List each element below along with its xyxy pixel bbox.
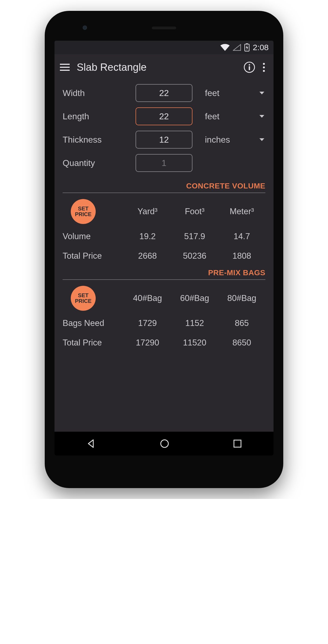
- row-label-bags-total-price: Total Price: [63, 338, 124, 348]
- bags-60-value: 1152: [171, 318, 218, 328]
- quantity-input[interactable]: 1: [136, 154, 192, 172]
- svg-rect-1: [246, 43, 248, 44]
- set-price-label: SET: [78, 206, 89, 212]
- set-price-label: SET: [78, 293, 89, 298]
- status-time: 2:08: [253, 43, 269, 52]
- width-input[interactable]: 22: [136, 84, 192, 102]
- android-nav-bar: [54, 432, 274, 456]
- status-bar: 2:08: [54, 41, 274, 54]
- speaker-grille: [152, 27, 176, 29]
- set-price-volume-button[interactable]: SET PRICE: [71, 199, 96, 224]
- price-meter-value: 1808: [218, 251, 265, 261]
- chevron-down-icon: [259, 115, 264, 118]
- col-header-60bag: 60#Bag: [171, 293, 218, 303]
- price-yard-value: 2668: [124, 251, 171, 261]
- thickness-unit-value: inches: [205, 135, 230, 145]
- row-label-bags-need: Bags Need: [63, 318, 124, 328]
- divider: [63, 193, 265, 193]
- chevron-down-icon: [259, 138, 264, 141]
- volume-foot-value: 517.9: [171, 232, 218, 241]
- col-header-yard: Yard³: [124, 207, 171, 216]
- volume-table-head: SET PRICE Yard³ Foot³ Meter³: [54, 196, 274, 227]
- col-header-40bag: 40#Bag: [124, 293, 171, 303]
- divider: [63, 279, 265, 280]
- bags-price-40-value: 17290: [124, 338, 171, 348]
- set-price-label: PRICE: [75, 212, 91, 217]
- nav-home-icon[interactable]: [159, 438, 170, 449]
- nav-recent-icon[interactable]: [233, 439, 242, 448]
- hamburger-menu-icon[interactable]: [60, 62, 71, 73]
- set-price-label: PRICE: [75, 298, 91, 304]
- col-header-foot: Foot³: [171, 207, 218, 216]
- length-unit-value: feet: [205, 111, 219, 121]
- premix-bags-header: PRE-MIX BAGS: [54, 266, 274, 279]
- col-header-80bag: 80#Bag: [218, 293, 265, 303]
- svg-point-3: [249, 64, 250, 65]
- bags-80-value: 865: [218, 318, 265, 328]
- bags-price-60-value: 11520: [171, 338, 218, 348]
- svg-point-5: [161, 440, 168, 447]
- svg-rect-6: [234, 440, 241, 447]
- length-unit-select[interactable]: feet: [199, 111, 265, 121]
- bags-price-80-value: 8650: [218, 338, 265, 348]
- app-bar: Slab Rectangle: [54, 54, 274, 80]
- device-frame: 2:08 Slab Rectangle Width 22 feet Length…: [45, 11, 283, 488]
- volume-row: Volume 19.2 517.9 14.7: [54, 227, 274, 246]
- row-label-volume: Volume: [63, 232, 124, 241]
- thickness-label: Thickness: [63, 135, 129, 145]
- width-label: Width: [63, 88, 129, 98]
- price-foot-value: 50236: [171, 251, 218, 261]
- volume-price-row: Total Price 2668 50236 1808: [54, 246, 274, 266]
- battery-charging-icon: [244, 43, 250, 52]
- bags-price-row: Total Price 17290 11520 8650: [54, 333, 274, 353]
- wifi-icon: [220, 44, 230, 51]
- nav-back-icon[interactable]: [86, 438, 97, 449]
- chevron-down-icon: [259, 92, 264, 94]
- screen: 2:08 Slab Rectangle Width 22 feet Length…: [54, 41, 274, 456]
- cell-signal-icon: [233, 44, 241, 51]
- thickness-unit-select[interactable]: inches: [199, 135, 265, 145]
- bags-table-head: SET PRICE 40#Bag 60#Bag 80#Bag: [54, 283, 274, 313]
- overflow-menu-icon[interactable]: [261, 63, 266, 72]
- volume-meter-value: 14.7: [218, 232, 265, 241]
- info-icon[interactable]: [243, 61, 255, 73]
- length-row: Length 22 feet: [63, 107, 265, 125]
- length-label: Length: [63, 111, 129, 121]
- inputs-section: Width 22 feet Length 22 feet Thickness 1…: [54, 80, 274, 179]
- width-unit-value: feet: [205, 88, 219, 98]
- concrete-volume-header: CONCRETE VOLUME: [54, 179, 274, 193]
- width-row: Width 22 feet: [63, 84, 265, 102]
- quantity-label: Quantity: [63, 158, 129, 168]
- width-unit-select[interactable]: feet: [199, 88, 265, 98]
- set-price-bags-button[interactable]: SET PRICE: [71, 286, 96, 311]
- col-header-meter: Meter³: [218, 207, 265, 216]
- page-title: Slab Rectangle: [77, 62, 237, 73]
- front-camera: [83, 25, 87, 30]
- thickness-row: Thickness 12 inches: [63, 131, 265, 149]
- bags-need-row: Bags Need 1729 1152 865: [54, 313, 274, 333]
- row-label-total-price: Total Price: [63, 251, 124, 261]
- bags-40-value: 1729: [124, 318, 171, 328]
- thickness-input[interactable]: 12: [136, 131, 192, 149]
- volume-yard-value: 19.2: [124, 232, 171, 241]
- svg-rect-4: [249, 66, 250, 70]
- quantity-row: Quantity 1: [63, 154, 265, 172]
- length-input[interactable]: 22: [136, 107, 192, 125]
